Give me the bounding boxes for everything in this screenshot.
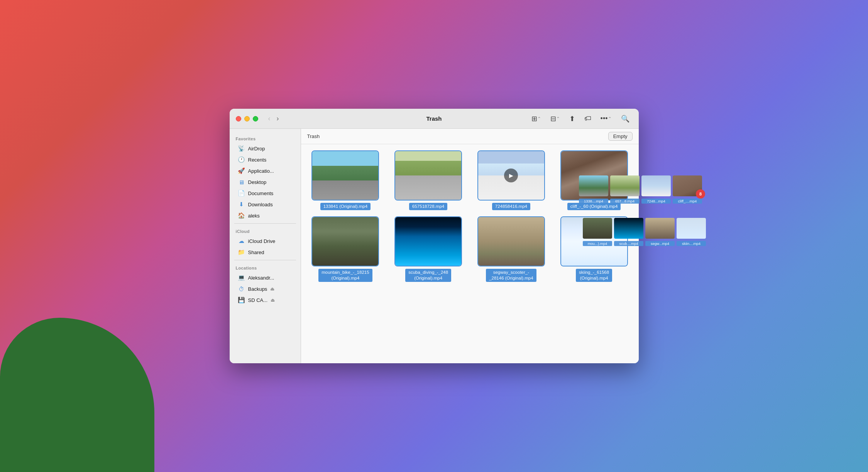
applications-icon: 🚀	[238, 167, 245, 174]
drag-labels-row1: 1338....mp4 657...8.mp4 7248...mp4 cliff…	[579, 199, 702, 204]
size-grid-icon: ⊟	[550, 115, 556, 123]
file-thumbnail	[394, 216, 462, 266]
traffic-lights	[236, 116, 258, 121]
list-item[interactable]: 657518728.mp4	[390, 150, 467, 210]
sidebar-item-airdrop[interactable]: 📡 AirDrop	[232, 143, 298, 154]
sdcard-icon: 💾	[238, 297, 245, 303]
file-label: skiing_-_61568(Original).mp4	[576, 269, 612, 282]
sidebar-item-icloud-drive[interactable]: ☁ iCloud Drive	[232, 236, 298, 246]
drag-thumb-ocean	[614, 218, 643, 239]
window-title: Trash	[426, 115, 442, 122]
list-item[interactable]: mountain_bike_-_18215(Original).mp4	[307, 216, 384, 282]
desktop-icon: 🖥	[238, 179, 245, 185]
more-icon: •••	[601, 115, 608, 123]
icloud-drive-icon: ☁	[238, 238, 245, 244]
drag-label-2: 657...8.mp4	[610, 199, 640, 204]
documents-label: Documents	[248, 190, 274, 196]
share-button[interactable]: ⬆	[566, 113, 578, 125]
search-button[interactable]: 🔍	[618, 113, 633, 125]
airdrop-icon: 📡	[238, 145, 245, 152]
list-item[interactable]: segway_scooter_-_28146 (Original).mp4	[473, 216, 550, 282]
drag-label-3: 7248...mp4	[641, 199, 671, 204]
file-label: 724858416.mp4	[492, 203, 530, 210]
sidebar-item-desktop[interactable]: 🖥 Desktop	[232, 177, 298, 187]
drag-thumb-skiing	[677, 218, 706, 239]
toolbar-right: ⊞ ⌃ ⊟ ⌃ ⬆ 🏷 ••• ⌃ 🔍	[528, 113, 633, 125]
sidebar: Favorites 📡 AirDrop 🕐 Recents 🚀 Applicat…	[230, 129, 301, 363]
aleks-icon: 🏠	[238, 212, 245, 219]
shared-label: Shared	[248, 249, 264, 255]
shared-icon: 📁	[238, 249, 245, 256]
forward-button[interactable]: ›	[274, 113, 281, 124]
eject-icon[interactable]: ⏏	[270, 286, 274, 292]
list-item[interactable]: scuba_diving_-_248(Original).mp4	[390, 216, 467, 282]
downloads-label: Downloads	[248, 202, 273, 207]
back-button[interactable]: ‹	[266, 113, 273, 124]
drag-labels-row2: mou...).mp4 scub....mp4 segw...mp4 skiin…	[583, 241, 706, 246]
file-thumbnail	[394, 150, 462, 201]
desktop-label: Desktop	[248, 179, 267, 185]
more-chevron-icon: ⌃	[608, 116, 612, 121]
drag-thumb-bike	[583, 218, 612, 239]
drag-thumbnails-row2	[583, 218, 706, 239]
drag-thumb-road2	[610, 175, 640, 196]
file-thumbnail	[477, 216, 545, 266]
drag-label-8: skiin....mp4	[677, 241, 706, 246]
minimize-button[interactable]	[244, 116, 250, 121]
tag-button[interactable]: 🏷	[581, 113, 594, 124]
downloads-icon: ⬇	[238, 201, 245, 208]
view-size-button[interactable]: ⊟ ⌃	[547, 113, 563, 125]
file-label: 657518728.mp4	[409, 203, 447, 210]
applications-label: Applicatio...	[248, 168, 274, 174]
icloud-drive-label: iCloud Drive	[248, 238, 276, 244]
aleksandr-label: Aleksandr...	[248, 275, 274, 281]
grid-view-icon: ⊞	[531, 115, 537, 123]
sidebar-item-aleksandr[interactable]: 💻 Aleksandr...	[232, 272, 298, 283]
sidebar-item-shared[interactable]: 📁 Shared	[232, 247, 298, 258]
sidebar-item-backups[interactable]: ⏱ Backups ⏏	[232, 283, 298, 294]
backups-icon: ⏱	[238, 285, 245, 292]
drag-label-1: 1338....mp4	[579, 199, 608, 204]
file-header: Trash Empty	[301, 129, 639, 144]
search-icon: 🔍	[621, 115, 629, 123]
sdcard-label: SD CA...	[248, 297, 268, 303]
eject-sd-icon[interactable]: ⏏	[271, 297, 275, 303]
file-label: 133841 (Original).mp4	[320, 203, 371, 210]
icloud-section-label: iCloud	[230, 226, 301, 235]
drag-thumb-city	[645, 218, 675, 239]
list-item[interactable]: ▶ 724858416.mp4	[473, 150, 550, 210]
file-area: Trash Empty 133841 (Original).mp4 657518	[301, 129, 639, 363]
view-chevron-icon: ⌃	[537, 116, 541, 121]
fullscreen-button[interactable]	[253, 116, 258, 121]
more-button[interactable]: ••• ⌃	[597, 113, 615, 124]
documents-icon: 📄	[238, 190, 245, 197]
sidebar-item-recents[interactable]: 🕐 Recents	[232, 154, 298, 165]
drag-overlay-group1: 8 1338....mp4 657...8.mp4 7248...mp4 cli…	[579, 175, 702, 204]
drag-thumb-road	[579, 175, 608, 196]
drag-overlay-group2: mou...).mp4 scub....mp4 segw...mp4 skiin…	[583, 218, 706, 246]
sidebar-item-aleks[interactable]: 🏠 aleks	[232, 210, 298, 221]
sidebar-item-sdcard[interactable]: 💾 SD CA... ⏏	[232, 295, 298, 305]
sidebar-divider-1	[234, 223, 296, 224]
file-thumbnail	[311, 150, 379, 201]
file-thumbnail	[311, 216, 379, 266]
drag-label-7: segw...mp4	[645, 241, 675, 246]
recents-label: Recents	[248, 157, 267, 163]
file-label: mountain_bike_-_18215(Original).mp4	[318, 269, 372, 282]
list-item[interactable]: 133841 (Original).mp4	[307, 150, 384, 210]
sidebar-item-downloads[interactable]: ⬇ Downloads	[232, 199, 298, 210]
close-button[interactable]	[236, 116, 241, 121]
backups-label: Backups	[248, 286, 267, 292]
share-icon: ⬆	[569, 115, 575, 123]
main-content: Favorites 📡 AirDrop 🕐 Recents 🚀 Applicat…	[230, 129, 639, 363]
tag-icon: 🏷	[584, 115, 591, 123]
drag-thumbnails-row1: 8	[579, 175, 702, 196]
drag-thumb-snow	[641, 175, 671, 196]
file-thumbnail: ▶	[477, 150, 545, 201]
airdrop-label: AirDrop	[248, 146, 265, 152]
empty-button[interactable]: Empty	[608, 132, 633, 141]
sidebar-item-documents[interactable]: 📄 Documents	[232, 188, 298, 199]
view-icon-grid-button[interactable]: ⊞ ⌃	[528, 113, 544, 125]
sidebar-item-applications[interactable]: 🚀 Applicatio...	[232, 165, 298, 176]
sidebar-divider-2	[234, 260, 296, 260]
